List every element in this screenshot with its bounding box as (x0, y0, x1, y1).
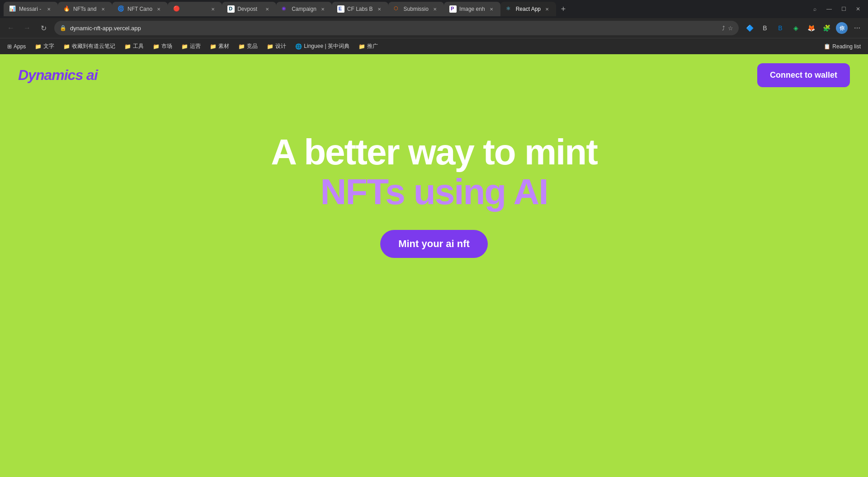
tab-title-image: Image enh (459, 6, 485, 12)
mint-button[interactable]: Mint your ai nft (380, 230, 488, 258)
tab-messari[interactable]: 📊 Messari - ✕ (4, 2, 58, 16)
bookmark-jingpin-label: 竞品 (247, 42, 258, 50)
tab-favicon-nft-canon: 🌀 (118, 5, 125, 13)
toolbar-extension-icons: 🔷 B B ◈ 🦊 🧩 你 ⋯ (742, 21, 864, 35)
tab-cf-labs[interactable]: E CF Labs B ✕ (332, 2, 388, 16)
tab-favicon-red: 🔴 (173, 5, 180, 13)
lock-icon: 🔒 (60, 25, 66, 31)
tab-image[interactable]: P Image enh ✕ (444, 2, 500, 16)
tab-nfts[interactable]: 🔥 NFTs and ✕ (58, 2, 112, 16)
extension-icon-1[interactable]: 🔷 (742, 21, 757, 35)
folder-icon-3: 📁 (124, 43, 131, 50)
app-logo: Dynamics ai (18, 67, 98, 84)
share-icon[interactable]: ⤴ (722, 25, 725, 32)
bookmark-wenzi-label: 文字 (43, 42, 54, 50)
bookmark-linguee-label: Linguee | 英中词典 (304, 42, 349, 50)
back-button[interactable]: ← (4, 21, 18, 35)
bookmark-gongju-label: 工具 (133, 42, 144, 50)
address-bar[interactable]: 🔒 dynamic-nft-app.vercel.app ⤴ ☆ (54, 21, 739, 35)
bookmark-linguee[interactable]: 🌐 Linguee | 英中词典 (292, 41, 353, 52)
folder-icon-4: 📁 (153, 43, 160, 50)
hero-title: A better way to mint NFTs using AI (271, 132, 597, 212)
bookmark-tuiguang[interactable]: 📁 推广 (355, 41, 382, 52)
address-bar-icons: ⤴ ☆ (722, 25, 733, 32)
bookmark-yunyng[interactable]: 📁 运营 (178, 41, 204, 52)
bookmark-gongju[interactable]: 📁 工具 (121, 41, 147, 52)
bookmark-wenzi[interactable]: 📁 文字 (31, 41, 58, 52)
tab-close-red[interactable]: ✕ (209, 5, 217, 13)
tab-nft-canon[interactable]: 🌀 NFT Cano ✕ (112, 2, 168, 16)
extension-icon-firefox[interactable]: 🦊 (804, 21, 818, 35)
tab-close-devpost[interactable]: ✕ (264, 5, 271, 13)
tab-close-react[interactable]: ✕ (543, 5, 551, 13)
main-content-area: Dynamics ai Connect to wallet A better w… (0, 54, 868, 477)
tab-title-campaign: Campaign (292, 6, 316, 12)
connect-wallet-button[interactable]: Connect to wallet (757, 63, 850, 87)
menu-button[interactable]: ⋯ (850, 21, 864, 35)
tab-favicon-messari: 📊 (9, 5, 16, 13)
tab-red-app[interactable]: 🔴 ✕ (168, 2, 222, 16)
reading-list-label: Reading list (832, 43, 861, 50)
bookmark-sucai[interactable]: 📁 素材 (206, 41, 233, 52)
linguee-icon: 🌐 (295, 43, 302, 50)
tab-title-cf-labs: CF Labs B (347, 6, 373, 12)
minimize-button[interactable]: — (823, 3, 835, 15)
star-icon[interactable]: ☆ (728, 25, 733, 32)
tab-favicon-campaign: ◉ (282, 5, 289, 13)
tab-title-submission: Submissio (404, 6, 429, 12)
bookmark-youdao[interactable]: 📁 收藏到有道云笔记 (60, 41, 119, 52)
url-text: dynamic-nft-app.vercel.app (70, 25, 718, 32)
bookmark-shichang[interactable]: 📁 市场 (149, 41, 176, 52)
folder-icon-5: 📁 (181, 43, 188, 50)
extension-icon-bing2[interactable]: B (773, 21, 788, 35)
bookmark-apps[interactable]: ⊞ Apps (4, 42, 29, 51)
bookmark-sheji[interactable]: 📁 设计 (263, 41, 290, 52)
tab-favicon-cf-labs: E (337, 5, 344, 13)
forward-button[interactable]: → (20, 21, 34, 35)
apps-icon: ⊞ (7, 43, 12, 50)
folder-icon-7: 📁 (238, 43, 245, 50)
tab-close-nft-canon[interactable]: ✕ (155, 5, 162, 13)
profile-avatar[interactable]: 你 (835, 21, 849, 35)
tab-search-button[interactable]: ⌕ (808, 3, 821, 15)
maximize-button[interactable]: ☐ (837, 3, 850, 15)
tab-close-submission[interactable]: ✕ (431, 5, 439, 13)
tab-react-app[interactable]: ⚛ React App ✕ (500, 2, 556, 16)
folder-icon-2: 📁 (63, 43, 70, 50)
tab-favicon-image: P (449, 5, 457, 13)
bookmarks-bar: ⊞ Apps 📁 文字 📁 收藏到有道云笔记 📁 工具 📁 市场 📁 运营 📁 … (0, 38, 868, 54)
folder-icon-8: 📁 (267, 43, 274, 50)
tab-bar: 📊 Messari - ✕ 🔥 NFTs and ✕ 🌀 NFT Cano ✕ … (0, 0, 868, 18)
bookmark-jingpin[interactable]: 📁 竞品 (235, 41, 261, 52)
tab-close-image[interactable]: ✕ (488, 5, 495, 13)
close-button[interactable]: ✕ (852, 3, 864, 15)
tab-close-nfts[interactable]: ✕ (99, 5, 107, 13)
avatar-image: 你 (836, 22, 848, 34)
extension-icon-bing[interactable]: B (758, 21, 772, 35)
tab-title-react: React App (516, 6, 541, 12)
extension-icon-search[interactable]: ◈ (788, 21, 803, 35)
bookmark-youdao-label: 收藏到有道云笔记 (72, 42, 115, 50)
tab-devpost[interactable]: D Devpost ✕ (222, 2, 276, 16)
tab-close-cf-labs[interactable]: ✕ (376, 5, 383, 13)
tab-favicon-submission: ⬡ (394, 5, 401, 13)
tab-submission[interactable]: ⬡ Submissio ✕ (388, 2, 444, 16)
bookmark-sheji-label: 设计 (275, 42, 286, 50)
tab-favicon-devpost: D (227, 5, 235, 13)
tab-title-messari: Messari - (19, 6, 42, 12)
reload-button[interactable]: ↻ (36, 21, 51, 35)
bookmark-shichang-label: 市场 (161, 42, 172, 50)
tab-campaign[interactable]: ◉ Campaign ✕ (276, 2, 332, 16)
folder-icon-6: 📁 (210, 43, 217, 50)
browser-toolbar: ← → ↻ 🔒 dynamic-nft-app.vercel.app ⤴ ☆ 🔷… (0, 18, 868, 38)
extension-icon-puzzle[interactable]: 🧩 (819, 21, 834, 35)
reading-list-button[interactable]: 📋 Reading list (820, 42, 864, 51)
tab-favicon-react: ⚛ (506, 5, 513, 13)
tab-close-campaign[interactable]: ✕ (319, 5, 326, 13)
bookmark-sucai-label: 素材 (218, 42, 229, 50)
bookmark-tuiguang-label: 推广 (367, 42, 378, 50)
hero-section: A better way to mint NFTs using AI Mint … (271, 132, 597, 258)
new-tab-button[interactable]: + (556, 2, 571, 16)
tab-close-messari[interactable]: ✕ (45, 5, 52, 13)
browser-window: 📊 Messari - ✕ 🔥 NFTs and ✕ 🌀 NFT Cano ✕ … (0, 0, 868, 477)
